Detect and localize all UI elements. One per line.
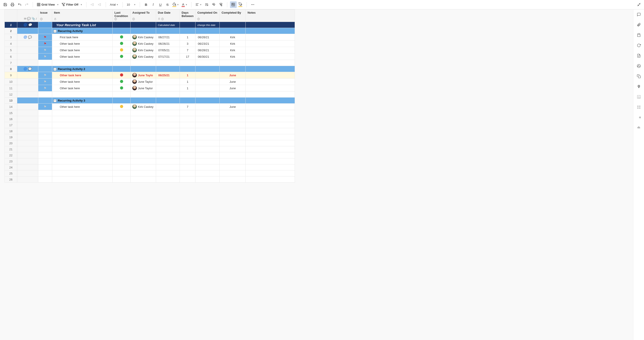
days-cell[interactable]	[180, 176, 196, 183]
cond-cell[interactable]	[113, 110, 130, 116]
issue-cell[interactable]	[38, 22, 52, 28]
notes-cell[interactable]	[246, 110, 295, 116]
due-cell[interactable]: Calculated date	[156, 22, 180, 28]
row-indicators[interactable]	[17, 110, 38, 116]
row-8[interactable]: 8@💬−Recurring Activity 2	[5, 66, 295, 72]
flag-icon[interactable]: ⚑	[44, 80, 46, 83]
cond-cell[interactable]	[113, 60, 130, 66]
cond-cell[interactable]	[113, 97, 130, 104]
assigned-cell[interactable]	[130, 146, 156, 152]
item-cell[interactable]: Other task here	[52, 104, 113, 110]
grid-view-button[interactable]: Grid View▼	[36, 1, 60, 8]
row-number[interactable]: 25	[5, 170, 17, 176]
compon-cell[interactable]	[196, 158, 220, 164]
days-cell[interactable]: 1	[180, 34, 196, 40]
fill-color-button[interactable]: ▼	[171, 1, 180, 8]
row-number[interactable]: 17	[5, 122, 17, 128]
compon-cell[interactable]	[196, 91, 220, 97]
compon-cell[interactable]	[196, 170, 220, 176]
notes-cell[interactable]	[246, 104, 295, 110]
compby-cell[interactable]: June	[220, 72, 246, 78]
filter-button[interactable]: Filter Off▼	[60, 1, 84, 8]
item-cell[interactable]	[52, 158, 113, 164]
issue-cell[interactable]: ⚑	[38, 53, 52, 60]
notes-cell[interactable]	[246, 128, 295, 134]
flag-icon[interactable]: ⚑	[44, 42, 46, 45]
assigned-cell[interactable]	[130, 176, 156, 183]
row-26[interactable]: 26	[5, 176, 295, 183]
row-13[interactable]: 13−Recurring Activity 3	[5, 97, 295, 104]
header-days-between[interactable]: Days Between	[180, 10, 196, 22]
row-indicators[interactable]	[17, 47, 38, 53]
due-cell[interactable]	[156, 164, 180, 170]
more-button[interactable]	[250, 1, 256, 8]
days-cell[interactable]	[180, 164, 196, 170]
assigned-cell[interactable]	[130, 116, 156, 122]
row-indicators[interactable]	[17, 40, 38, 47]
days-cell[interactable]: 1	[180, 72, 196, 78]
due-cell[interactable]: 07/17/21	[156, 53, 180, 60]
row-1[interactable]: 1@💬Your Recurring Task ListCalculated da…	[5, 22, 295, 28]
issue-cell[interactable]	[38, 110, 52, 116]
due-cell[interactable]	[156, 134, 180, 140]
assigned-cell[interactable]	[130, 140, 156, 146]
cond-cell[interactable]	[113, 78, 130, 85]
cond-cell[interactable]	[113, 28, 130, 34]
attachment-icon[interactable]: @	[24, 67, 27, 71]
attachments-panel-button[interactable]	[636, 22, 641, 27]
assigned-cell[interactable]	[130, 22, 156, 28]
item-cell[interactable]	[52, 152, 113, 158]
due-cell[interactable]	[156, 110, 180, 116]
assigned-cell[interactable]: June Taylor	[130, 78, 156, 85]
row-20[interactable]: 20	[5, 140, 295, 146]
row-15[interactable]: 15	[5, 110, 295, 116]
compby-cell[interactable]	[220, 66, 246, 72]
assigned-cell[interactable]	[130, 110, 156, 116]
issue-cell[interactable]	[38, 164, 52, 170]
days-cell[interactable]	[180, 158, 196, 164]
due-cell[interactable]	[156, 78, 180, 85]
row-number[interactable]: 6	[5, 53, 17, 60]
item-cell[interactable]: Your Recurring Task List	[52, 22, 113, 28]
item-cell[interactable]: Other task here	[52, 47, 113, 53]
cond-cell[interactable]	[113, 176, 130, 183]
cond-cell[interactable]	[113, 164, 130, 170]
compby-cell[interactable]: June	[220, 85, 246, 91]
compon-cell[interactable]	[196, 104, 220, 110]
issue-cell[interactable]	[38, 152, 52, 158]
due-cell[interactable]	[156, 116, 180, 122]
flag-icon[interactable]: ⚑	[44, 35, 46, 39]
notes-cell[interactable]	[246, 122, 295, 128]
assigned-cell[interactable]: Kirk Caskey	[130, 47, 156, 53]
cond-cell[interactable]	[113, 116, 130, 122]
cond-cell[interactable]	[113, 53, 130, 60]
grid-area[interactable]: ✉ 💬 📎 i Issueⓘ Item Last Conditionⓘ Assi…	[0, 9, 633, 340]
due-cell[interactable]	[156, 97, 180, 104]
notes-cell[interactable]	[246, 97, 295, 104]
cond-cell[interactable]	[113, 146, 130, 152]
flag-icon[interactable]: ⚑	[44, 73, 46, 77]
notes-cell[interactable]	[246, 40, 295, 47]
compon-cell[interactable]	[196, 128, 220, 134]
compon-cell[interactable]	[196, 28, 220, 34]
issue-cell[interactable]	[38, 116, 52, 122]
days-cell[interactable]: 1	[180, 78, 196, 85]
row-number[interactable]: 13	[5, 97, 17, 104]
row-24[interactable]: 24	[5, 164, 295, 170]
item-cell[interactable]	[52, 128, 113, 134]
days-cell[interactable]: 7	[180, 104, 196, 110]
compon-cell[interactable]	[196, 110, 220, 116]
compon-cell[interactable]: 06/26/21	[196, 34, 220, 40]
row-indicators[interactable]	[17, 97, 38, 104]
item-cell[interactable]: Other task here	[52, 72, 113, 78]
cond-cell[interactable]	[113, 47, 130, 53]
notes-cell[interactable]	[246, 53, 295, 60]
row-number[interactable]: 12	[5, 91, 17, 97]
due-cell[interactable]	[156, 66, 180, 72]
item-cell[interactable]	[52, 170, 113, 176]
issue-cell[interactable]	[38, 66, 52, 72]
issue-cell[interactable]	[38, 97, 52, 104]
due-cell[interactable]: 07/05/21	[156, 47, 180, 53]
notes-cell[interactable]	[246, 60, 295, 66]
compby-cell[interactable]	[220, 140, 246, 146]
